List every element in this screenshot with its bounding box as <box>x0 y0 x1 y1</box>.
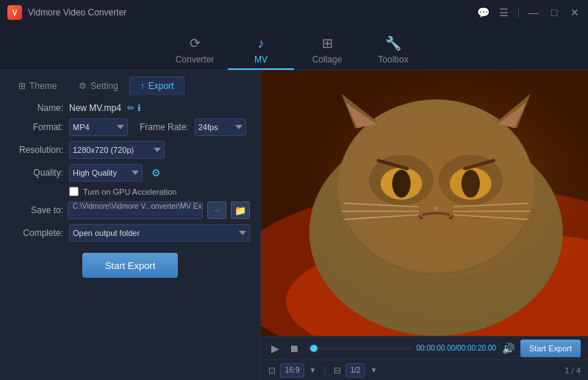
minimize-button[interactable]: — <box>528 7 539 18</box>
tab-collage[interactable]: ⊞ Collage <box>294 32 360 70</box>
tab-converter[interactable]: ⟳ Converter <box>162 32 228 70</box>
main-content: ⊞ Theme ⚙ Setting ↑ Export Name: New MV.… <box>0 71 588 380</box>
app-icon: V <box>7 5 22 20</box>
export-icon: ↑ <box>140 81 145 91</box>
converter-label: Converter <box>176 54 215 65</box>
fps-select[interactable]: 24fps25fps30fps60fps <box>195 118 246 136</box>
title-bar-right: 💬 ☰ — □ ✕ <box>477 7 581 18</box>
quality-select[interactable]: High QualityMedium QualityLow Quality <box>69 164 143 182</box>
saveto-path: C:\Vidmore\Vidmore V...onverter\MV Expor… <box>68 201 203 219</box>
gpu-checkbox[interactable] <box>69 187 79 196</box>
subtab-setting[interactable]: ⚙ Setting <box>68 76 129 96</box>
format-select[interactable]: MP4AVIMOVMKV <box>69 118 128 136</box>
resolution-row: Resolution: 1280x720 (720p)1920x1080 (10… <box>10 141 250 159</box>
setting-icon: ⚙ <box>79 81 87 91</box>
subtab-theme[interactable]: ⊞ Theme <box>7 76 68 96</box>
nav-tabs: ⟳ Converter ♪ MV ⊞ Collage 🔧 Toolbox <box>0 25 588 71</box>
saveto-row: Save to: C:\Vidmore\Vidmore V...onverter… <box>10 201 250 219</box>
time-display: 00:00:00.00/00:00:20.00 <box>416 344 495 352</box>
start-export-button-right[interactable]: Start Export <box>520 340 581 357</box>
toolbox-label: Toolbox <box>378 54 408 65</box>
page-indicator: 1 / 4 <box>565 366 581 375</box>
gpu-row: Turn on GPU Acceleration <box>10 187 250 196</box>
edit-name-icon[interactable]: ✏ <box>127 103 135 113</box>
title-bar-left: V Vidmore Video Converter <box>7 5 126 20</box>
export-form: Name: New MV.mp4 ✏ ℹ Format: MP4AVIMOVMK… <box>0 96 260 380</box>
preview-overlay <box>261 71 588 336</box>
name-value: New MV.mp4 <box>69 103 121 113</box>
tab-toolbox[interactable]: 🔧 Toolbox <box>360 32 426 70</box>
theme-label: Theme <box>29 81 57 91</box>
scale-button[interactable]: 1/2 <box>345 363 366 378</box>
title-bar: V Vidmore Video Converter 💬 ☰ — □ ✕ <box>0 0 588 25</box>
preview-area <box>261 71 588 336</box>
format-label: Format: <box>10 122 63 132</box>
complete-select[interactable]: Open output folderDo nothingShut down <box>69 224 250 242</box>
stop-button[interactable]: ⏹ <box>287 342 301 355</box>
toolbox-icon: 🔧 <box>385 35 401 51</box>
name-label: Name: <box>10 103 63 113</box>
ratio-icon: ⊡ <box>268 365 276 376</box>
collage-label: Collage <box>312 54 343 65</box>
resolution-label: Resolution: <box>10 145 63 155</box>
mv-label: MV <box>254 54 268 65</box>
setting-label: Setting <box>90 81 118 91</box>
name-row: Name: New MV.mp4 ✏ ℹ <box>10 103 250 113</box>
saveto-label: Save to: <box>10 205 63 215</box>
theme-icon: ⊞ <box>18 81 26 91</box>
fps-label: Frame Rate: <box>140 122 189 132</box>
close-button[interactable]: ✕ <box>569 7 581 18</box>
converter-icon: ⟳ <box>190 35 201 51</box>
ratio-button[interactable]: 16:9 <box>280 363 304 378</box>
sub-tabs: ⊞ Theme ⚙ Setting ↑ Export <box>0 71 260 96</box>
chat-button[interactable]: 💬 <box>477 7 489 18</box>
left-panel: ⊞ Theme ⚙ Setting ↑ Export Name: New MV.… <box>0 71 261 380</box>
info-icon[interactable]: ℹ <box>137 103 141 113</box>
ratio-dropdown-icon[interactable]: ▼ <box>309 366 316 374</box>
quality-row: Quality: High QualityMedium QualityLow Q… <box>10 164 250 182</box>
volume-icon[interactable]: 🔊 <box>502 343 514 354</box>
right-panel: ▶ ⏹ 00:00:00.00/00:00:20.00 🔊 Start Expo… <box>261 71 588 380</box>
preview-container <box>261 71 588 336</box>
scale-icon: ⊟ <box>334 365 341 376</box>
app-title: Vidmore Video Converter <box>28 7 126 18</box>
gpu-label[interactable]: Turn on GPU Acceleration <box>83 187 176 196</box>
quality-settings-icon[interactable]: ⚙ <box>151 167 161 179</box>
progress-bar[interactable] <box>306 347 410 350</box>
collage-icon: ⊞ <box>322 35 333 51</box>
menu-button[interactable]: ☰ <box>498 7 509 18</box>
complete-label: Complete: <box>10 228 63 238</box>
saveto-folder-button[interactable]: 📁 <box>231 201 250 219</box>
player-controls: ▶ ⏹ 00:00:00.00/00:00:20.00 🔊 Start Expo… <box>261 336 588 359</box>
saveto-dots-button[interactable]: ··· <box>207 201 226 219</box>
quality-label: Quality: <box>10 168 63 178</box>
subtab-export[interactable]: ↑ Export <box>129 76 185 96</box>
ratio-bar: ⊡ 16:9 ▼ | ⊟ 1/2 ▼ 1 / 4 <box>261 359 588 380</box>
maximize-button[interactable]: □ <box>548 7 560 18</box>
mv-icon: ♪ <box>258 36 265 51</box>
format-row: Format: MP4AVIMOVMKV Frame Rate: 24fps25… <box>10 118 250 136</box>
complete-row: Complete: Open output folderDo nothingSh… <box>10 224 250 242</box>
tab-mv[interactable]: ♪ MV <box>228 32 294 70</box>
start-export-button-left[interactable]: Start Export <box>82 253 178 278</box>
scale-dropdown-icon[interactable]: ▼ <box>370 366 377 374</box>
play-button[interactable]: ▶ <box>268 342 282 355</box>
progress-dot[interactable] <box>310 345 318 352</box>
export-label: Export <box>148 81 174 91</box>
resolution-select[interactable]: 1280x720 (720p)1920x1080 (1080p)854x480 … <box>69 141 165 159</box>
name-icons: ✏ ℹ <box>127 103 141 113</box>
